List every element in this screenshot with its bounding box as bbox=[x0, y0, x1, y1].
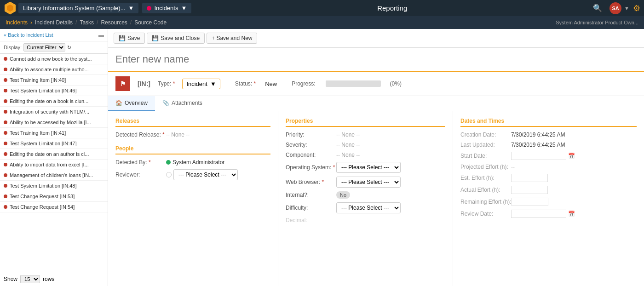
status-dot bbox=[4, 68, 7, 71]
remaining-effort-input[interactable] bbox=[512, 198, 548, 206]
internal-row: Internal?: No bbox=[286, 191, 445, 199]
breadcrumb-sep2: / bbox=[97, 19, 98, 26]
decimal-label: Decimal: bbox=[286, 217, 336, 223]
status-dot bbox=[4, 194, 7, 198]
properties-section: Properties Priority: -- None -- Severity… bbox=[278, 111, 453, 286]
projected-effort-label: Projected Effort (h): bbox=[460, 164, 511, 170]
actual-effort-row: Actual Effort (h): bbox=[460, 186, 637, 194]
list-item[interactable]: Test System Limitation [IN:47] bbox=[0, 138, 108, 149]
status-label: Status: * bbox=[235, 80, 256, 87]
browser-select[interactable]: --- Please Select --- bbox=[336, 177, 401, 188]
people-title: People bbox=[115, 145, 270, 154]
list-item[interactable]: Integration of security with NTLM/... bbox=[0, 107, 108, 117]
tab-attachments[interactable]: 📎 Attachments bbox=[155, 96, 210, 111]
start-date-calendar-icon[interactable]: 📅 bbox=[568, 153, 575, 159]
toolbar: 💾 Save 💾 Save and Close + Save and New bbox=[108, 29, 644, 48]
list-item[interactable]: Test System Limitation [IN:48] bbox=[0, 181, 108, 191]
list-item[interactable]: Test Change Request [IN:54] bbox=[0, 202, 108, 212]
difficulty-label: Difficulty: bbox=[286, 205, 336, 211]
list-item[interactable]: Editing the date on a book is clun... bbox=[0, 96, 108, 107]
main-layout: « Back to Incident List ▬ Display: Curre… bbox=[0, 29, 644, 286]
list-item[interactable]: Ability to import data from excel [I... bbox=[0, 160, 108, 170]
save-close-label: Save and Close bbox=[161, 35, 200, 41]
list-item[interactable]: Cannot add a new book to the syst... bbox=[0, 54, 108, 64]
list-item[interactable]: Test Change Request [IN:53] bbox=[0, 191, 108, 202]
status-dot bbox=[4, 78, 7, 82]
incident-id: [IN:] bbox=[138, 80, 150, 87]
progress-pct: (0%) bbox=[390, 80, 402, 87]
avatar-dropdown[interactable]: ▼ bbox=[624, 6, 629, 11]
breadcrumb-resources[interactable]: Resources bbox=[101, 19, 127, 26]
display-filter-select[interactable]: Current Filter bbox=[23, 43, 65, 51]
status-dot bbox=[4, 131, 7, 135]
type-select[interactable]: Incident ▼ bbox=[182, 79, 220, 89]
status-dot bbox=[4, 120, 7, 124]
reporting-button[interactable]: Reporting bbox=[191, 4, 593, 12]
save-button[interactable]: 💾 Save bbox=[114, 33, 145, 44]
reviewer-label: Reviewer: bbox=[115, 172, 166, 178]
actual-effort-input[interactable] bbox=[511, 186, 548, 194]
incidents-menu-button[interactable]: Incidents ▼ bbox=[142, 3, 191, 13]
incidents-label: Incidents bbox=[154, 5, 178, 11]
avatar[interactable]: SA bbox=[610, 2, 621, 14]
reporting-label: Reporting bbox=[377, 4, 407, 12]
decimal-row: Decimal: bbox=[286, 217, 445, 223]
rows-per-page-select[interactable]: 15 25 50 bbox=[20, 275, 40, 283]
status-dot bbox=[4, 184, 7, 188]
review-date-calendar-icon[interactable]: 📅 bbox=[568, 211, 575, 217]
status-dot bbox=[4, 142, 7, 145]
status-dot bbox=[4, 163, 7, 166]
difficulty-row: Difficulty: --- Please Select --- bbox=[286, 202, 445, 213]
progress-label: Progress: bbox=[292, 80, 315, 87]
page-title-input[interactable] bbox=[108, 48, 644, 72]
display-label: Display: bbox=[4, 45, 22, 50]
list-item[interactable]: Test Training Item [IN:40] bbox=[0, 75, 108, 86]
save-label: Save bbox=[127, 35, 140, 41]
top-navigation: Library Information System (Sample)... ▼… bbox=[0, 0, 644, 16]
start-date-input[interactable] bbox=[511, 152, 566, 160]
logo-outer-hex[interactable] bbox=[4, 2, 17, 15]
save-close-button[interactable]: 💾 Save and Close bbox=[147, 33, 205, 44]
breadcrumb-incidents[interactable]: Incidents bbox=[6, 19, 28, 26]
os-select[interactable]: --- Please Select --- bbox=[336, 162, 401, 173]
reviewer-select[interactable]: --- Please Select --- bbox=[173, 169, 238, 180]
breadcrumb-tasks[interactable]: Tasks bbox=[80, 19, 94, 26]
breadcrumb-source-code[interactable]: Source Code bbox=[134, 19, 167, 26]
remaining-effort-row: Remaining Effort (h): bbox=[460, 198, 637, 206]
status-dot bbox=[4, 152, 7, 156]
app-title-button[interactable]: Library Information System (Sample)... ▼ bbox=[18, 3, 138, 13]
gear-icon[interactable]: ⚙ bbox=[633, 3, 640, 13]
detected-release-label: Detected Release: * bbox=[115, 132, 166, 138]
remaining-effort-label: Remaining Effort (h): bbox=[460, 199, 512, 205]
save-new-button[interactable]: + Save and New bbox=[207, 33, 257, 44]
reviewer-radio[interactable] bbox=[166, 172, 172, 177]
list-item[interactable]: Ability to be accessed by Mozilla [I... bbox=[0, 117, 108, 128]
save-new-label: + Save and New bbox=[212, 35, 252, 41]
detected-by-value: System Administrator bbox=[172, 159, 224, 166]
difficulty-select[interactable]: --- Please Select --- bbox=[336, 202, 401, 213]
list-item[interactable]: Ability to associate multiple autho... bbox=[0, 64, 108, 75]
est-effort-input[interactable] bbox=[511, 174, 548, 182]
type-required-star: * bbox=[173, 80, 175, 87]
list-item[interactable]: Test Training Item [IN:41] bbox=[0, 128, 108, 138]
logo-inner-hex bbox=[6, 5, 14, 12]
internal-toggle[interactable]: No bbox=[336, 191, 350, 199]
last-updated-value: 7/30/2019 6:44:25 AM bbox=[511, 142, 565, 148]
list-item[interactable]: Test System Limitation [IN:46] bbox=[0, 86, 108, 96]
back-to-incident-list-button[interactable]: « Back to Incident List bbox=[4, 32, 53, 38]
dates-section: Dates and Times Creation Date: 7/30/2019… bbox=[453, 111, 644, 286]
review-date-input[interactable] bbox=[511, 210, 566, 218]
list-item[interactable]: Management of children's loans [IN... bbox=[0, 170, 108, 181]
type-caret: ▼ bbox=[210, 80, 216, 87]
browser-label: Web Browser: * bbox=[286, 179, 336, 185]
tab-overview[interactable]: 🏠 Overview bbox=[108, 96, 155, 111]
list-item[interactable]: Editing the date on an author is cl... bbox=[0, 149, 108, 160]
start-date-row: Start Date: 📅 bbox=[460, 152, 637, 160]
refresh-icon[interactable]: ↻ bbox=[67, 45, 71, 51]
detected-release-value: -- None -- bbox=[166, 132, 190, 138]
breadcrumb: Incidents › Incident Details / Tasks / R… bbox=[0, 16, 644, 29]
priority-row: Priority: -- None -- bbox=[286, 132, 445, 138]
breadcrumb-incident-details[interactable]: Incident Details bbox=[35, 19, 73, 26]
search-icon[interactable]: 🔍 bbox=[593, 4, 602, 12]
collapse-icon[interactable]: ▬ bbox=[98, 32, 104, 38]
